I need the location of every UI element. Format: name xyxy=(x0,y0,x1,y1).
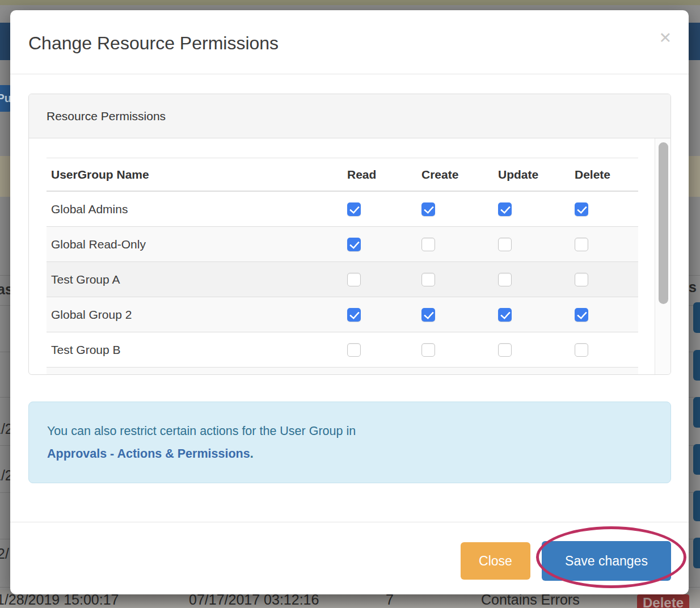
usergroup-name: Test Group A xyxy=(51,262,120,297)
column-header-read: Read xyxy=(347,158,376,191)
usergroup-name: Test Group B xyxy=(51,332,121,367)
check-icon xyxy=(577,309,587,319)
unchecked-checkbox-read[interactable] xyxy=(347,343,361,357)
background-delete-button: Delete xyxy=(637,594,689,608)
background-edit-button-fragment xyxy=(693,350,700,381)
column-header-usergroup-name: UserGroup Name xyxy=(51,158,149,191)
background-top-strip xyxy=(0,0,700,5)
checked-checkbox-read[interactable] xyxy=(347,202,361,216)
table-row: Test Group A xyxy=(47,262,638,297)
unchecked-checkbox-create[interactable] xyxy=(421,238,435,251)
background-date-fragment: 2/ xyxy=(0,546,9,562)
info-text-suffix: . xyxy=(250,447,254,461)
check-icon xyxy=(424,309,434,319)
checked-checkbox-update[interactable] xyxy=(498,308,512,322)
unchecked-checkbox-update[interactable] xyxy=(498,238,512,251)
change-resource-permissions-dialog: Change Resource Permissions ✕ Resource P… xyxy=(10,10,689,594)
table-scrollbar-thumb[interactable] xyxy=(659,142,668,304)
table-row: Test Group B xyxy=(47,332,638,368)
column-header-delete: Delete xyxy=(575,158,610,191)
checked-checkbox-update[interactable] xyxy=(498,202,512,216)
check-icon xyxy=(577,203,587,214)
screen: Pu as s▼ 1/2 1/2 2/ 1/28/2019 15:00:17 0… xyxy=(0,0,700,608)
approvals-actions-permissions-link: Approvals - Actions & Permissions xyxy=(47,447,250,461)
close-button[interactable]: Close xyxy=(461,542,530,580)
panel-title: Resource Permissions xyxy=(29,94,671,138)
checked-checkbox-create[interactable] xyxy=(421,202,435,216)
checked-checkbox-delete[interactable] xyxy=(575,308,588,322)
unchecked-checkbox-delete[interactable] xyxy=(575,343,588,357)
check-icon xyxy=(500,203,511,214)
table-row: Global Read-Only xyxy=(47,227,638,262)
panel-body: UserGroup Name Read Create Update Delete… xyxy=(29,138,671,374)
checked-checkbox-read[interactable] xyxy=(347,308,361,322)
info-text-line2: Approvals - Actions & Permissions. xyxy=(47,442,671,465)
usergroup-name: Global Group 2 xyxy=(51,297,132,332)
dialog-title: Change Resource Permissions xyxy=(28,33,279,54)
check-icon xyxy=(349,309,360,319)
header-divider xyxy=(10,74,689,74)
usergroup-name: Global Admins xyxy=(51,192,128,226)
check-icon xyxy=(500,309,511,319)
background-edit-button-fragment xyxy=(693,302,700,333)
check-icon xyxy=(424,203,434,214)
info-text-line1: You can also restrict certain actions fo… xyxy=(47,420,671,442)
unchecked-checkbox-delete[interactable] xyxy=(575,273,588,286)
background-sort-header-fragment: s▼ xyxy=(689,279,700,295)
checked-checkbox-delete[interactable] xyxy=(575,202,588,216)
table-header-row: UserGroup Name Read Create Update Delete xyxy=(47,158,638,192)
checked-checkbox-create[interactable] xyxy=(421,308,435,322)
unchecked-checkbox-read[interactable] xyxy=(347,273,361,286)
table-scrollbar-track xyxy=(655,138,671,374)
background-edit-button-fragment xyxy=(693,491,700,521)
checked-checkbox-read[interactable] xyxy=(347,238,361,251)
column-header-update: Update xyxy=(498,158,538,191)
table-row-partial xyxy=(47,368,638,374)
table-row: Global Admins xyxy=(47,192,638,227)
resource-permissions-panel: Resource Permissions UserGroup Name Read… xyxy=(28,94,671,375)
unchecked-checkbox-update[interactable] xyxy=(498,273,512,286)
check-icon xyxy=(349,203,360,214)
close-icon[interactable]: ✕ xyxy=(659,31,672,46)
background-edit-button-fragment xyxy=(693,397,700,428)
permissions-table-body: Global AdminsGlobal Read-OnlyTest Group … xyxy=(47,192,638,368)
unchecked-checkbox-create[interactable] xyxy=(421,273,435,286)
usergroup-name: Global Read-Only xyxy=(51,227,146,261)
info-alert: You can also restrict certain actions fo… xyxy=(28,402,671,483)
column-header-create: Create xyxy=(421,158,458,191)
unchecked-checkbox-delete[interactable] xyxy=(575,238,588,251)
dialog-footer: Close Save changes xyxy=(10,522,689,595)
unchecked-checkbox-create[interactable] xyxy=(421,343,435,357)
save-changes-button[interactable]: Save changes xyxy=(542,541,671,581)
background-edit-button-fragment xyxy=(693,444,700,475)
background-edit-button-fragment xyxy=(693,538,700,568)
permissions-table: UserGroup Name Read Create Update Delete… xyxy=(47,158,638,374)
table-row: Global Group 2 xyxy=(47,297,638,332)
unchecked-checkbox-update[interactable] xyxy=(498,343,512,357)
check-icon xyxy=(349,238,360,249)
